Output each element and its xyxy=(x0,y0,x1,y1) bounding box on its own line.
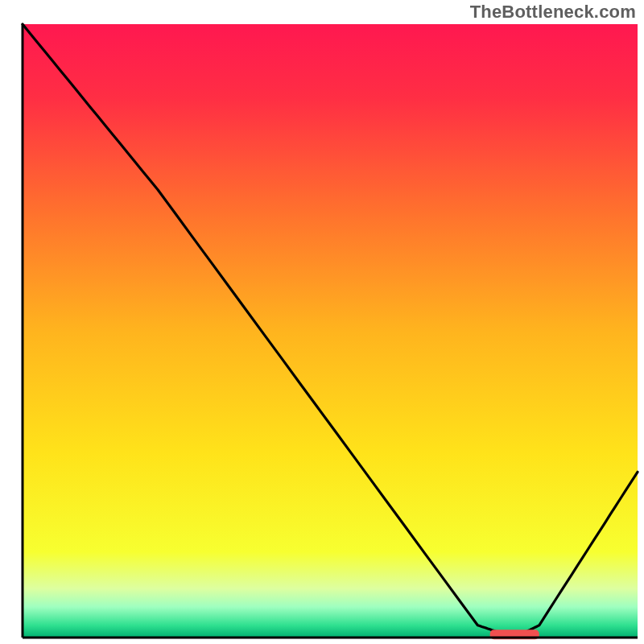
chart-container: TheBottleneck.com xyxy=(0,0,644,644)
bottleneck-chart xyxy=(0,0,644,644)
plot-background xyxy=(23,24,638,638)
